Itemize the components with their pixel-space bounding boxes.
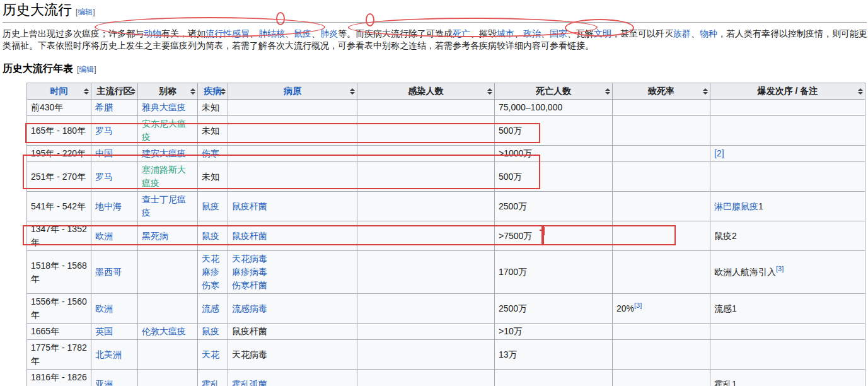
wiki-link[interactable]: 伤寒 <box>202 280 219 290</box>
text-segment: ，甚至可以歼灭 <box>611 28 673 38</box>
time-cell: 251年 - 270年 <box>27 162 91 192</box>
wiki-link[interactable]: 霍乱 <box>202 379 219 386</box>
wiki-link[interactable]: 鼠疫 <box>202 231 219 241</box>
wiki-link[interactable]: 地中海 <box>95 201 122 211</box>
edit-link[interactable]: 编辑 <box>78 8 93 16</box>
wiki-link[interactable]: 天花 <box>202 254 219 264</box>
deaths-cell: 75,000–100,000 <box>495 100 613 116</box>
page-title: 历史大流行[编辑] <box>3 0 867 23</box>
area-cell: 中国 <box>91 146 138 162</box>
infected-cell <box>357 146 495 162</box>
text-segment: 20% <box>616 303 634 313</box>
fatality-cell <box>613 340 710 370</box>
edit-link[interactable]: 编辑 <box>79 65 94 74</box>
wiki-link[interactable]: 死亡 <box>453 28 470 38</box>
wiki-link[interactable]: 肺炎 <box>320 28 338 38</box>
notes-cell: 鼠疫2 <box>710 221 865 251</box>
notes-cell <box>710 162 865 192</box>
pathogen-cell <box>228 100 357 116</box>
wiki-link[interactable]: 流行性感冒 <box>205 28 250 38</box>
notes-cell: [2] <box>710 146 865 162</box>
reference-link[interactable]: [3] <box>634 301 642 309</box>
col-header-alias[interactable]: 别称 <box>138 83 198 100</box>
wiki-link[interactable]: 罗马 <box>95 172 113 182</box>
col-header-area[interactable]: 主流行区 <box>91 83 138 100</box>
infected-cell <box>357 100 495 116</box>
wiki-link[interactable]: 亚洲 <box>95 379 113 386</box>
reference-link[interactable]: [3] <box>776 265 784 272</box>
text-segment: 天花病毒 <box>232 349 267 360</box>
area-cell: 欧洲 <box>91 294 138 324</box>
wiki-link[interactable]: 动物 <box>144 28 161 38</box>
wiki-link[interactable]: 北美洲 <box>95 349 122 360</box>
wiki-link[interactable]: [2] <box>714 148 724 158</box>
sort-icon <box>605 88 610 95</box>
table-row: 1347年 - 1352年欧洲黑死病鼠疫鼠疫杆菌>7500万鼠疫2 <box>27 221 865 251</box>
wiki-link[interactable]: 天花病毒 <box>232 254 267 264</box>
infected-cell <box>357 192 495 221</box>
sort-icon <box>190 88 195 95</box>
col-header-infected[interactable]: 感染人数 <box>357 83 495 100</box>
time-cell: 541年 - 542年 <box>27 192 91 221</box>
wiki-link[interactable]: 欧洲 <box>95 231 113 241</box>
wiki-link[interactable]: 英国 <box>95 326 113 336</box>
wiki-link[interactable]: 国家 <box>550 28 567 38</box>
wiki-link[interactable]: 天花 <box>202 349 219 360</box>
wiki-link[interactable]: 鼠疫 <box>294 28 311 38</box>
wiki-link[interactable]: 塞浦路斯大瘟疫 <box>142 165 186 188</box>
col-header-deaths[interactable]: 死亡人数 <box>495 83 613 100</box>
col-header-pathogen[interactable]: 病原 <box>228 83 357 100</box>
deaths-cell: >10万 <box>495 324 613 340</box>
wiki-link[interactable]: 伤寒杆菌 <box>232 280 267 290</box>
wiki-link[interactable]: 鼠疫杆菌 <box>232 201 267 211</box>
wiki-link[interactable]: 霍乱弧菌 <box>232 379 267 386</box>
col-header-label: 感染人数 <box>408 86 444 96</box>
col-header-notes[interactable]: 爆发次序 / 备注 <box>710 83 865 100</box>
alias-cell: 建安大瘟疫 <box>138 146 198 162</box>
wiki-link[interactable]: 墨西哥 <box>95 267 122 277</box>
wiki-link[interactable]: 希腊 <box>95 102 113 112</box>
text-segment: 2500万 <box>499 303 527 313</box>
wiki-link[interactable]: 麻疹病毒 <box>232 267 267 277</box>
wiki-link[interactable]: 雅典大瘟疫 <box>142 102 186 112</box>
wiki-link[interactable]: 中国 <box>95 148 113 158</box>
wiki-link[interactable]: 建安大瘟疫 <box>142 148 186 158</box>
wiki-link[interactable]: 鼠疫杆菌 <box>232 231 267 241</box>
notes-cell <box>710 340 865 370</box>
pathogen-cell: 流感病毒 <box>228 294 357 324</box>
alias-cell <box>138 340 198 370</box>
wiki-link[interactable]: 伤寒 <box>202 148 219 158</box>
wiki-link[interactable]: 肺结核 <box>258 28 285 38</box>
wiki-link[interactable]: 黑死病 <box>142 231 168 241</box>
col-header-fatality[interactable]: 致死率 <box>613 83 710 100</box>
col-header-disease[interactable]: 疾病 <box>198 83 228 100</box>
wiki-link[interactable]: 流感 <box>202 303 219 313</box>
wiki-link[interactable]: 安东尼大瘟疫 <box>142 119 186 142</box>
wiki-link[interactable]: 流感病毒 <box>232 303 267 313</box>
text-segment: 1816年 - 1826年 <box>31 372 87 386</box>
wiki-link[interactable]: 鼠疫 <box>202 201 219 211</box>
pathogen-cell: 天花病毒麻疹病毒伤寒杆菌 <box>228 251 357 294</box>
table-row: 1665年英国伦敦大瘟疫鼠疫鼠疫杆菌>10万 <box>27 324 865 340</box>
col-header-time[interactable]: 时间 <box>27 83 91 100</box>
wiki-link[interactable]: 罗马 <box>95 126 113 136</box>
text-segment: 、摧毁 <box>470 28 497 38</box>
wiki-link[interactable]: 城市 <box>497 28 514 38</box>
wiki-link[interactable]: 淋巴腺鼠疫 <box>714 201 758 211</box>
wiki-link[interactable]: 族群 <box>673 28 691 38</box>
deaths-cell: 2500万 <box>495 192 613 221</box>
table-row: 1518年 - 1568年墨西哥天花麻疹伤寒天花病毒麻疹病毒伤寒杆菌1700万欧… <box>27 251 865 294</box>
notes-cell: 霍乱1 <box>710 370 865 386</box>
wiki-link[interactable]: 麻疹 <box>202 267 219 277</box>
disease-cell: 天花 <box>198 340 228 370</box>
wiki-link[interactable]: 欧洲 <box>95 303 113 313</box>
wiki-link[interactable]: 政治 <box>523 28 541 38</box>
wiki-link[interactable]: 查士丁尼瘟疫 <box>142 194 186 218</box>
wiki-link[interactable]: 文明 <box>594 28 611 38</box>
text-segment: 1347年 - 1352年 <box>31 224 87 247</box>
wiki-link[interactable]: 鼠疫 <box>202 326 219 336</box>
time-cell: 1665年 <box>27 324 91 340</box>
wiki-link[interactable]: 伦敦大瘟疫 <box>142 326 186 336</box>
wiki-link[interactable]: 物种 <box>700 28 717 38</box>
alias-cell: 查士丁尼瘟疫 <box>138 192 198 221</box>
